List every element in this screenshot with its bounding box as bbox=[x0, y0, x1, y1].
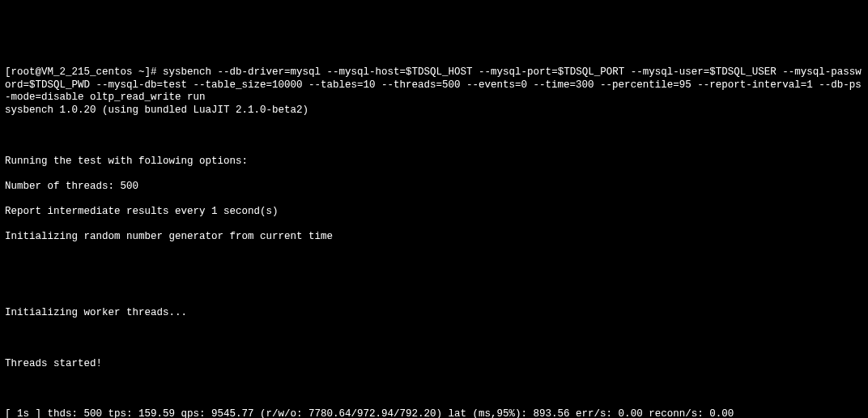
version-line: sysbench 1.0.20 (using bundled LuaJIT 2.… bbox=[5, 104, 863, 117]
blank-line bbox=[5, 383, 863, 396]
blank-line bbox=[5, 130, 863, 143]
blank-line bbox=[5, 257, 863, 270]
header-line: Initializing random number generator fro… bbox=[5, 231, 863, 244]
threads-started-line: Threads started! bbox=[5, 358, 863, 371]
header-line: Report intermediate results every 1 seco… bbox=[5, 206, 863, 219]
terminal-output: [root@VM_2_215_centos ~]# sysbench --db-… bbox=[5, 54, 863, 419]
init-workers-line: Initializing worker threads... bbox=[5, 307, 863, 320]
header-line: Number of threads: 500 bbox=[5, 181, 863, 194]
blank-line bbox=[5, 282, 863, 295]
header-line: Running the test with following options: bbox=[5, 156, 863, 168]
blank-line bbox=[5, 332, 863, 345]
shell-prompt: [root@VM_2_215_centos ~]# bbox=[5, 66, 163, 78]
stats-row: [ 1s ] thds: 500 tps: 159.59 qps: 9545.7… bbox=[5, 408, 863, 418]
